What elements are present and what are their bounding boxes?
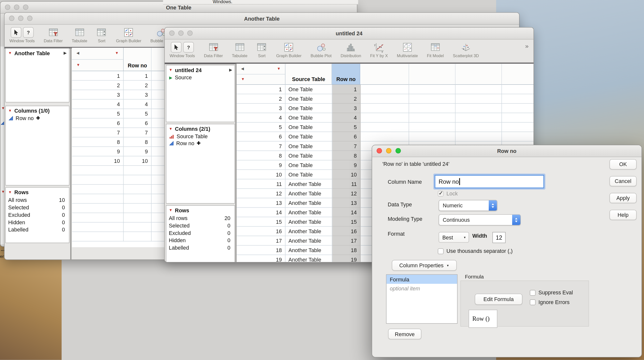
grid-cell[interactable]: 1: [72, 71, 124, 81]
grid-cell[interactable]: 12: [236, 189, 286, 198]
ok-button[interactable]: OK: [610, 159, 636, 169]
columns-menu-icon[interactable]: ▼: [115, 52, 119, 55]
grid-cell[interactable]: 9: [332, 160, 360, 170]
grid-cell[interactable]: 10: [236, 170, 286, 179]
grid-cell[interactable]: 2: [236, 94, 286, 104]
red-triangle-icon[interactable]: ▼: [169, 209, 172, 212]
panel-splitter[interactable]: [70, 48, 72, 260]
grid-cell[interactable]: One Table: [286, 170, 332, 179]
thousands-separator-checkbox[interactable]: [438, 248, 444, 254]
grid-cell[interactable]: [502, 94, 534, 104]
grid-cell[interactable]: [502, 132, 534, 141]
grid-cell[interactable]: [124, 223, 152, 232]
grid-cell[interactable]: [456, 85, 502, 94]
disclosure-icon[interactable]: ▶: [229, 68, 232, 72]
grid-cell[interactable]: [409, 85, 455, 94]
grid-cell[interactable]: [409, 113, 455, 123]
help-button[interactable]: ?: [23, 27, 34, 38]
grid-cell[interactable]: One Table: [286, 94, 332, 104]
grid-cell[interactable]: Another Table: [286, 198, 332, 208]
grid-cell[interactable]: [124, 204, 152, 213]
cursor-button[interactable]: [171, 42, 182, 53]
grid-cell[interactable]: 8: [124, 137, 152, 147]
rows-stat-labelled[interactable]: Labelled0: [6, 226, 69, 233]
grid-cell[interactable]: [72, 185, 124, 194]
apply-button[interactable]: Apply: [610, 193, 636, 203]
table-row[interactable]: 2One Table2: [236, 94, 534, 104]
grid-cell[interactable]: 15: [332, 217, 360, 227]
toolbar-item-graph-builder[interactable]: Graph Builder: [276, 42, 302, 58]
table-script-source[interactable]: ▶ Source: [166, 74, 234, 81]
grid-cell[interactable]: 11: [332, 179, 360, 189]
grid-cell[interactable]: 18: [332, 246, 360, 255]
rows-stat-selected[interactable]: Selected0: [6, 204, 69, 211]
red-triangle-icon[interactable]: ▼: [8, 52, 12, 55]
grid-cell[interactable]: [409, 123, 455, 132]
grid-cell[interactable]: [502, 123, 534, 132]
table-row[interactable]: 4One Table4: [236, 113, 534, 123]
grid-corner[interactable]: ◀▼ ▼: [236, 64, 286, 85]
minimize-button[interactable]: [178, 30, 184, 36]
grid-cell[interactable]: [72, 223, 124, 232]
grid-cell[interactable]: 16: [332, 227, 360, 236]
grid-cell[interactable]: 14: [236, 208, 286, 217]
grid-cell[interactable]: 18: [236, 246, 286, 255]
grid-cell[interactable]: 6: [124, 118, 152, 128]
grid-cell[interactable]: 3: [332, 104, 360, 113]
red-triangle-icon[interactable]: ▼: [169, 68, 172, 72]
grid-cell[interactable]: [502, 104, 534, 113]
grid-cell[interactable]: 2: [72, 81, 124, 90]
help-button[interactable]: ?: [183, 42, 194, 53]
formula-plus-icon[interactable]: ✚: [36, 116, 40, 121]
grid-cell[interactable]: 10: [72, 156, 124, 166]
toolbar-item-multivariate[interactable]: Multivariate: [397, 42, 418, 58]
rows-stat-hidden[interactable]: Hidden0: [166, 236, 234, 244]
grid-cell[interactable]: 7: [124, 128, 152, 137]
grid-cell[interactable]: 10: [124, 156, 152, 166]
grid-cell[interactable]: 3: [72, 90, 124, 99]
grid-cell[interactable]: Another Table: [286, 179, 332, 189]
modeling-type-popup[interactable]: Continuous: [439, 214, 521, 226]
grid-cell[interactable]: Another Table: [286, 236, 332, 246]
grid-cell[interactable]: 6: [72, 118, 124, 128]
grid-cell[interactable]: 7: [236, 141, 286, 151]
toolbar-item-window-tools[interactable]: ?Window Tools: [10, 27, 35, 43]
zoom-button[interactable]: [27, 16, 32, 21]
grid-cell[interactable]: 4: [124, 99, 152, 109]
grid-cell[interactable]: [409, 94, 455, 104]
grid-cell[interactable]: 17: [236, 236, 286, 246]
grid-cell[interactable]: Another Table: [286, 246, 332, 255]
rows-stat-excluded[interactable]: Excluded0: [166, 229, 234, 236]
disclosure-icon[interactable]: ▶: [64, 52, 66, 55]
grid-cell[interactable]: [360, 94, 409, 104]
property-list-item-optional-item[interactable]: optional item: [386, 284, 457, 293]
toolbar-item-fit-model[interactable]: Fit Model: [427, 42, 444, 58]
property-list-item-formula[interactable]: Formula: [386, 275, 457, 284]
grid-cell[interactable]: [124, 213, 152, 223]
grid-cell[interactable]: One Table: [286, 141, 332, 151]
grid-cell[interactable]: [360, 123, 409, 132]
minimize-button[interactable]: [18, 16, 24, 21]
grid-cell[interactable]: 15: [236, 217, 286, 227]
column-item-row-no[interactable]: Row no✚: [6, 115, 69, 122]
toolbar-item-fit-y-by-x[interactable]: yxFit Y by X: [370, 42, 388, 58]
close-button[interactable]: [169, 30, 175, 36]
lock-checkbox[interactable]: [438, 191, 444, 197]
collapse-icon[interactable]: ◀: [241, 67, 244, 71]
toolbar-item-sort[interactable]: Sort: [256, 42, 267, 58]
grid-cell[interactable]: Another Table: [286, 189, 332, 198]
grid-cell[interactable]: 4: [72, 99, 124, 109]
data-type-popup[interactable]: Numeric: [439, 200, 498, 211]
grid-cell[interactable]: [456, 113, 502, 123]
grid-cell[interactable]: 19: [236, 255, 286, 263]
grid-cell[interactable]: One Table: [286, 123, 332, 132]
grid-cell[interactable]: [72, 166, 124, 175]
grid-corner[interactable]: ◀▼ ▼: [72, 48, 124, 71]
grid-cell[interactable]: [72, 204, 124, 213]
format-dropdown[interactable]: Best ▼: [439, 232, 469, 243]
grid-cell[interactable]: [72, 175, 124, 185]
column-header-source-table[interactable]: Source Table: [286, 64, 332, 85]
close-button[interactable]: [9, 16, 14, 21]
grid-cell[interactable]: [360, 85, 409, 94]
grid-cell[interactable]: [502, 85, 534, 94]
